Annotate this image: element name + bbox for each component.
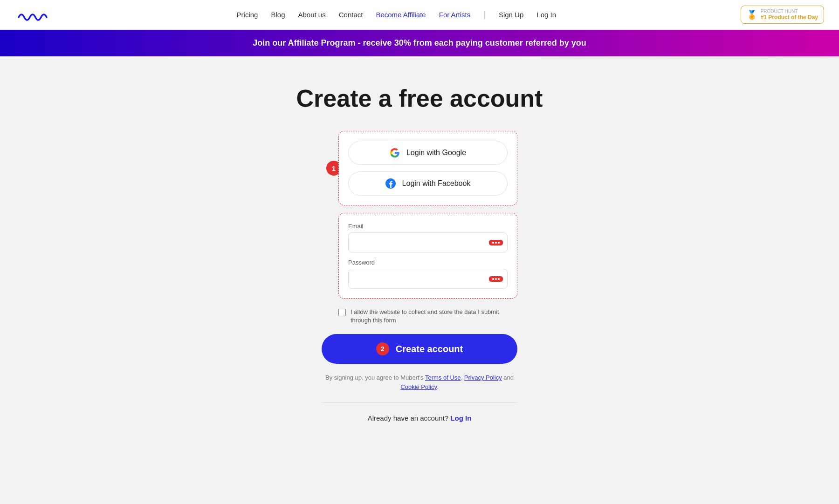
create-account-label: Create account [396, 344, 463, 354]
nav-divider: | [483, 10, 486, 20]
email-input[interactable] [348, 232, 508, 252]
social-box: Login with Google Login with Facebook [338, 131, 517, 205]
dot1 [492, 242, 494, 244]
password-input-wrap [348, 269, 508, 289]
divider [322, 402, 517, 403]
google-login-label: Login with Google [406, 149, 466, 157]
already-text: Already have an account? [368, 414, 448, 422]
google-icon [390, 148, 400, 158]
nav-contact[interactable]: Contact [339, 11, 363, 19]
banner-text: Join our Affiliate Program - receive 30%… [253, 38, 586, 48]
pdot2 [495, 278, 497, 280]
nav-login[interactable]: Log In [536, 11, 556, 19]
facebook-login-label: Login with Facebook [402, 179, 471, 188]
consent-row: I allow the website to collect and store… [338, 308, 517, 325]
main-content: Create a free account 1 Login with Googl… [0, 56, 839, 459]
password-label: Password [348, 259, 508, 266]
social-section: 1 Login with Google [338, 131, 517, 205]
dot2 [495, 242, 497, 244]
page-title: Create a free account [296, 84, 543, 112]
medal-icon: 🏅 [747, 10, 757, 20]
nav-blog[interactable]: Blog [271, 11, 285, 19]
email-group: Email [348, 223, 508, 252]
consent-checkbox[interactable] [338, 309, 346, 316]
privacy-link[interactable]: Privacy Policy [464, 374, 502, 381]
fields-section: Email Password [338, 213, 517, 299]
fields-box: Email Password [338, 213, 517, 299]
create-account-button[interactable]: 2 Create account [322, 334, 517, 364]
product-hunt-text: PRODUCT HUNT #1 Product of the Day [761, 9, 818, 20]
password-group: Password [348, 259, 508, 289]
email-input-wrap [348, 232, 508, 252]
nav-about[interactable]: About us [298, 11, 326, 19]
logo[interactable] [15, 8, 52, 22]
nav-pricing[interactable]: Pricing [237, 11, 258, 19]
facebook-login-button[interactable]: Login with Facebook [348, 171, 508, 196]
pdot3 [498, 278, 500, 280]
terms-link[interactable]: Terms of Use [425, 374, 461, 381]
product-hunt-badge[interactable]: 🏅 PRODUCT HUNT #1 Product of the Day [741, 6, 824, 24]
already-row: Already have an account? Log In [322, 414, 517, 422]
google-login-button[interactable]: Login with Google [348, 141, 508, 165]
nav-links: Pricing Blog About us Contact Become Aff… [237, 10, 556, 20]
facebook-icon [385, 178, 396, 189]
email-icon-btn[interactable] [489, 240, 503, 245]
consent-label[interactable]: I allow the website to collect and store… [351, 308, 517, 325]
nav-signup[interactable]: Sign Up [499, 11, 523, 19]
email-label: Email [348, 223, 508, 230]
navbar: Pricing Blog About us Contact Become Aff… [0, 0, 839, 30]
terms-text: By signing up, you agree to Mubert's Ter… [322, 373, 517, 391]
pdot1 [492, 278, 494, 280]
nav-artists[interactable]: For Artists [439, 11, 471, 19]
step2-badge: 2 [376, 342, 389, 355]
affiliate-banner[interactable]: Join our Affiliate Program - receive 30%… [0, 30, 839, 56]
cookie-link[interactable]: Cookie Policy [400, 383, 437, 390]
password-input[interactable] [348, 269, 508, 289]
logo-svg [15, 8, 52, 22]
form-area: 1 Login with Google [322, 131, 517, 422]
nav-affiliate[interactable]: Become Affiliate [376, 11, 426, 19]
dot3 [498, 242, 500, 244]
login-link[interactable]: Log In [450, 414, 471, 422]
password-icon-btn[interactable] [489, 276, 503, 282]
